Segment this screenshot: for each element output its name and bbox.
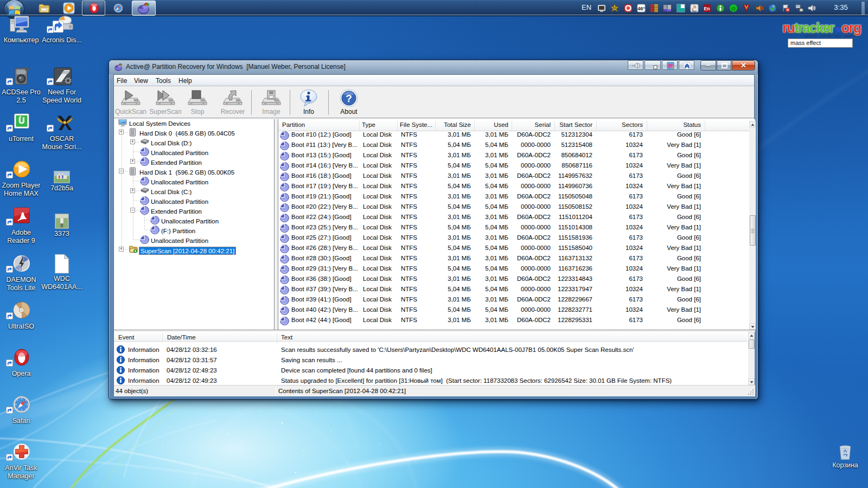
svg-text:En: En: [704, 6, 710, 11]
svg-text:@: @: [731, 5, 736, 11]
svg-text:46°: 46°: [637, 6, 645, 11]
svg-text:?: ?: [346, 93, 352, 104]
